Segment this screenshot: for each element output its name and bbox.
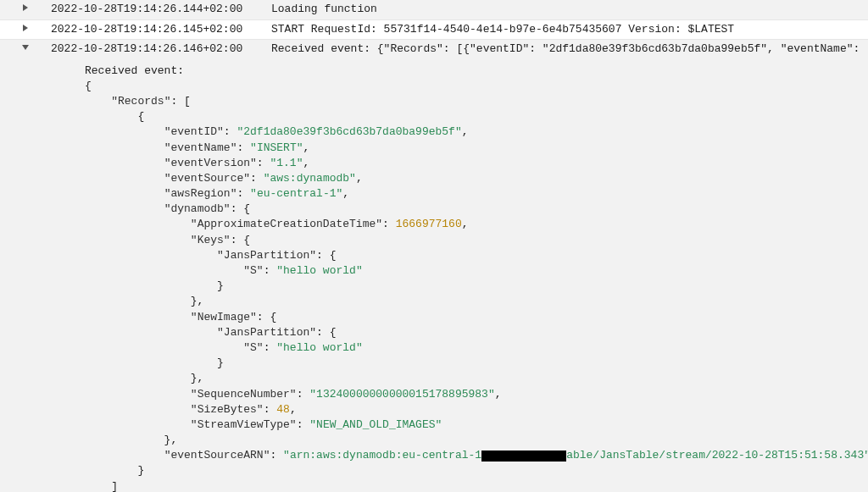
json-eventSourceARN-prefix: arn:aws:dynamodb:eu-central-1	[290, 449, 481, 462]
json-Keys-JansPartition-S: hello world	[283, 264, 356, 277]
chevron-right-icon	[21, 3, 30, 12]
log-message: Received event: {"Records": [{"eventID":…	[271, 41, 868, 57]
log-message: START RequestId: 55731f14-4540-4e14-b97e…	[271, 22, 868, 37]
svg-marker-1	[23, 25, 28, 31]
chevron-right-icon	[21, 24, 30, 32]
json-StreamViewType: NEW_AND_OLD_IMAGES	[316, 418, 435, 431]
expanded-header: Received event:	[85, 64, 184, 77]
json-eventSourceARN-suffix: able/JansTable/stream/2022-10-28T15:51:5…	[566, 449, 864, 462]
svg-marker-2	[22, 45, 29, 50]
json-SizeBytes: 48	[276, 403, 290, 416]
svg-marker-0	[23, 4, 28, 11]
expanded-log-body: Received event: { "Records": [ { "eventI…	[0, 60, 868, 492]
json-eventName: INSERT	[257, 141, 297, 154]
redacted-block	[481, 451, 566, 462]
log-timestamp: 2022-10-28T19:14:26.146+02:00	[51, 41, 271, 57]
json-ApproximateCreationDateTime: 1666977160	[396, 218, 462, 230]
json-eventSource: aws:dynamodb	[270, 172, 349, 185]
expand-toggle[interactable]	[0, 41, 51, 57]
expand-toggle[interactable]	[0, 2, 51, 17]
json-eventID: 2df1da80e39f3b6cd63b7da0ba99eb5f	[243, 125, 455, 138]
json-NewImage-JansPartition-S: hello world	[283, 341, 356, 354]
chevron-down-icon	[21, 43, 30, 52]
log-row[interactable]: 2022-10-28T19:14:26.146+02:00 Received e…	[0, 40, 868, 59]
json-awsRegion: eu-central-1	[257, 187, 337, 200]
log-row[interactable]: 2022-10-28T19:14:26.145+02:00 START Requ…	[0, 19, 868, 40]
expand-toggle[interactable]	[0, 22, 51, 37]
json-SequenceNumber: 13240000000000015178895983	[316, 388, 488, 401]
log-timestamp: 2022-10-28T19:14:26.145+02:00	[51, 22, 271, 37]
log-row[interactable]: 2022-10-28T19:14:26.144+02:00 Loading fu…	[0, 0, 868, 19]
json-eventVersion: 1.1	[276, 157, 296, 169]
log-timestamp: 2022-10-28T19:14:26.144+02:00	[51, 2, 271, 17]
log-message: Loading function	[271, 2, 868, 17]
